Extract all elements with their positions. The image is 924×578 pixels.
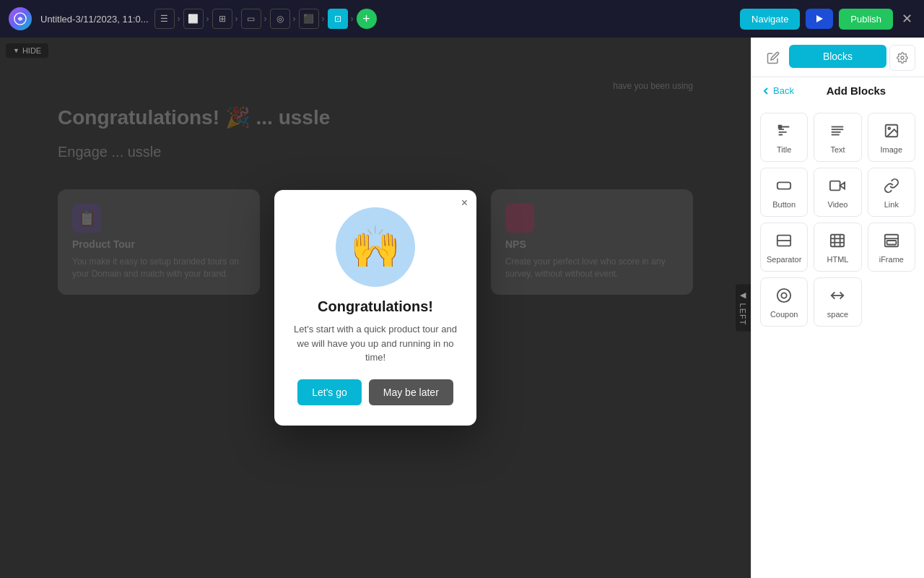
main-layout: have you been using Congratulations! 🎉 .… bbox=[0, 38, 924, 578]
blocks-tab-button[interactable]: Blocks bbox=[789, 45, 886, 68]
block-item-button[interactable]: Button bbox=[760, 168, 808, 217]
panel-tabs-row: Blocks bbox=[751, 38, 924, 77]
svg-rect-10 bbox=[777, 182, 790, 189]
breadcrumb-sep-3: › bbox=[264, 14, 267, 24]
button-block-label: Button bbox=[772, 200, 796, 209]
modal-subtitle: Let's start with a quick product tour an… bbox=[292, 322, 459, 365]
breadcrumb-sep-1: › bbox=[206, 14, 209, 24]
svg-point-9 bbox=[888, 127, 890, 129]
breadcrumb-sep-2: › bbox=[235, 14, 238, 24]
block-item-html[interactable]: HTML bbox=[814, 223, 861, 272]
html-block-icon bbox=[827, 230, 847, 251]
video-block-icon bbox=[827, 176, 847, 196]
title-block-icon bbox=[774, 121, 794, 141]
breadcrumb-sep-4: › bbox=[293, 14, 296, 24]
lets-go-button[interactable]: Let's go bbox=[297, 379, 362, 405]
breadcrumb-icon-0[interactable]: ☰ bbox=[154, 9, 175, 29]
breadcrumb-icon-4[interactable]: ◎ bbox=[270, 9, 290, 29]
breadcrumb-sep-6: › bbox=[351, 14, 354, 24]
block-item-space[interactable]: space bbox=[814, 277, 861, 327]
modal-title: Congratulations! bbox=[318, 298, 433, 315]
blocks-grid: Title Text bbox=[751, 104, 924, 335]
breadcrumb-nav: ☰ › ⬜ › ⊞ › ▭ › ◎ › ⬛ › ⊡ › + bbox=[154, 9, 734, 29]
block-item-link[interactable]: Link bbox=[868, 168, 915, 217]
play-button[interactable] bbox=[806, 9, 833, 29]
congratulations-modal: × 🙌 Congratulations! Let's start with a … bbox=[274, 190, 476, 426]
breadcrumb-icon-3[interactable]: ▭ bbox=[241, 9, 261, 29]
canvas-area: have you been using Congratulations! 🎉 .… bbox=[0, 38, 751, 578]
back-link[interactable]: Back bbox=[762, 85, 794, 96]
settings-tab-icon[interactable] bbox=[889, 45, 915, 71]
right-panel: Blocks Back Add Blocks bbox=[751, 38, 924, 578]
block-item-text[interactable]: Text bbox=[814, 113, 861, 162]
link-block-icon bbox=[881, 176, 902, 196]
breadcrumb-sep-5: › bbox=[322, 14, 325, 24]
svg-point-2 bbox=[901, 56, 904, 59]
modal-overlay: × 🙌 Congratulations! Let's start with a … bbox=[0, 38, 751, 578]
block-item-coupon[interactable]: Coupon bbox=[760, 277, 808, 327]
iframe-block-label: iFrame bbox=[879, 255, 904, 264]
doc-title: Untitled-3/11/2023, 11:0... bbox=[40, 14, 149, 25]
breadcrumb-sep-0: › bbox=[178, 14, 180, 24]
breadcrumb-icon-1[interactable]: ⬜ bbox=[183, 9, 204, 29]
separator-block-label: Separator bbox=[767, 255, 801, 264]
svg-marker-11 bbox=[840, 182, 845, 189]
high-five-icon: 🙌 bbox=[350, 227, 401, 267]
space-block-label: space bbox=[827, 310, 848, 319]
block-item-title[interactable]: Title bbox=[760, 113, 808, 162]
modal-illustration: 🙌 bbox=[336, 207, 415, 287]
add-block-button[interactable]: + bbox=[357, 9, 377, 29]
breadcrumb-icon-5[interactable]: ⬛ bbox=[299, 9, 319, 29]
modal-close-button[interactable]: × bbox=[461, 197, 468, 209]
svg-marker-1 bbox=[816, 15, 823, 22]
breadcrumb-icon-6[interactable]: ⊡ bbox=[328, 9, 348, 29]
top-toolbar: Untitled-3/11/2023, 11:0... ☰ › ⬜ › ⊞ › … bbox=[0, 0, 924, 38]
block-item-video[interactable]: Video bbox=[814, 168, 861, 217]
coupon-block-icon bbox=[774, 285, 794, 306]
app-logo bbox=[9, 7, 32, 30]
title-block-label: Title bbox=[777, 145, 791, 154]
coupon-block-label: Coupon bbox=[770, 310, 798, 319]
text-block-icon bbox=[827, 121, 847, 141]
space-block-icon bbox=[827, 285, 847, 306]
svg-rect-22 bbox=[886, 241, 896, 245]
block-item-separator[interactable]: Separator bbox=[760, 223, 808, 272]
navigate-button[interactable]: Navigate bbox=[740, 9, 800, 30]
svg-point-24 bbox=[781, 293, 786, 298]
close-toolbar-button[interactable]: ✕ bbox=[899, 8, 915, 30]
iframe-block-icon bbox=[881, 230, 902, 251]
text-block-label: Text bbox=[830, 145, 845, 154]
svg-rect-15 bbox=[831, 235, 844, 247]
video-block-label: Video bbox=[828, 200, 848, 209]
svg-point-23 bbox=[777, 289, 790, 302]
block-item-image[interactable]: Image bbox=[868, 113, 915, 162]
toolbar-right: Navigate Publish ✕ bbox=[740, 8, 915, 30]
image-block-icon bbox=[881, 121, 902, 141]
svg-rect-12 bbox=[830, 181, 840, 191]
modal-actions: Let's go May be later bbox=[297, 379, 453, 405]
link-block-label: Link bbox=[884, 200, 899, 209]
publish-button[interactable]: Publish bbox=[839, 9, 893, 30]
maybe-later-button[interactable]: May be later bbox=[369, 379, 453, 405]
panel-header-title: Add Blocks bbox=[798, 85, 914, 97]
panel-header-row: Back Add Blocks bbox=[751, 77, 924, 104]
separator-block-icon bbox=[774, 230, 794, 251]
image-block-label: Image bbox=[881, 145, 903, 154]
svg-rect-3 bbox=[778, 125, 783, 129]
edit-tab-icon[interactable] bbox=[760, 45, 786, 71]
block-item-iframe[interactable]: iFrame bbox=[868, 223, 915, 272]
breadcrumb-icon-2[interactable]: ⊞ bbox=[212, 9, 232, 29]
button-block-icon bbox=[774, 176, 794, 196]
html-block-label: HTML bbox=[827, 255, 849, 264]
